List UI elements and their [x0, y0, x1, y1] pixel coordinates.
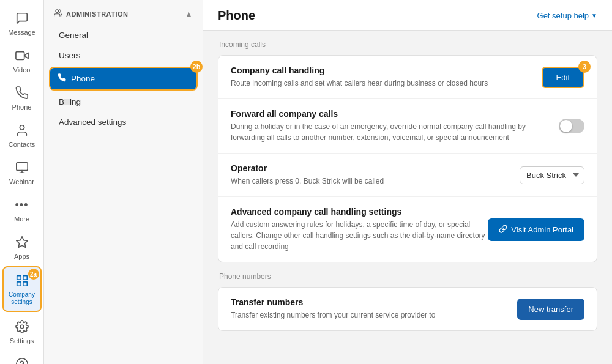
nav-panel: ADMINISTRATION ▲ General Users Phone 2b … [44, 0, 203, 364]
company-call-handling-row: Company call handling Route incoming cal… [218, 56, 597, 99]
webinar-icon [13, 159, 31, 176]
sidebar-item-video[interactable]: Video [2, 42, 42, 78]
advanced-call-handling-row: Advanced company call handling settings … [218, 197, 597, 262]
nav-item-advanced-settings-label: Advanced settings [59, 117, 126, 127]
badge-2a: 2a [28, 269, 39, 280]
main-content: Phone Get setup help ▼ Incoming calls Co… [203, 0, 612, 364]
company-call-handling-desc: Route incoming calls and set what caller… [231, 78, 488, 89]
svg-point-2 [20, 125, 24, 130]
transfer-numbers-title: Transfer numbers [231, 297, 435, 307]
operator-title: Operator [231, 163, 384, 173]
sidebar-item-label: Webinar [9, 178, 34, 185]
new-transfer-button[interactable]: New transfer [517, 299, 584, 320]
transfer-numbers-desc: Transfer existing numbers from your curr… [231, 310, 435, 321]
setup-help-link[interactable]: Get setup help ▼ [537, 11, 597, 20]
setup-help-label: Get setup help [537, 11, 589, 20]
svg-point-11 [56, 10, 59, 13]
svg-rect-6 [23, 282, 26, 286]
sidebar-item-label: More [14, 215, 29, 223]
transfer-numbers-row: Transfer numbers Transfer existing numbe… [218, 288, 597, 330]
forward-all-calls-desc: During a holiday or in the case of an em… [231, 121, 549, 143]
edit-button[interactable]: Edit [542, 67, 584, 88]
svg-point-8 [20, 325, 24, 329]
sidebar-item-label: Phone [12, 103, 32, 111]
sidebar-item-message[interactable]: Message [2, 5, 42, 41]
sidebar-item-label: Contacts [9, 141, 35, 148]
nav-section-header: ADMINISTRATION ▲ [44, 0, 203, 25]
sidebar-item-label: Settings [10, 337, 34, 344]
sidebar-item-label: Apps [14, 253, 29, 260]
setup-help-chevron-icon: ▼ [591, 12, 597, 19]
advanced-call-handling-desc: Add custom answering rules for holidays,… [231, 219, 488, 252]
nav-item-phone-container: Phone 2b [49, 67, 198, 91]
main-header: Phone Get setup help ▼ [203, 0, 612, 31]
edit-btn-container: Edit 3 [542, 67, 584, 88]
admin-icon [54, 9, 62, 19]
content-area: Incoming calls Company call handling Rou… [203, 31, 612, 364]
visit-admin-portal-button[interactable]: Visit Admin Portal [488, 218, 584, 241]
apps-icon [13, 234, 31, 251]
sidebar-item-apps[interactable]: Apps [2, 229, 42, 265]
badge-2b: 2b [190, 61, 203, 73]
forward-all-calls-title: Forward all company calls [231, 109, 549, 119]
nav-item-billing-label: Billing [59, 97, 81, 106]
forward-calls-toggle[interactable] [559, 119, 584, 133]
nav-item-phone[interactable]: Phone [50, 68, 196, 89]
sidebar-item-more[interactable]: ••• More [2, 191, 42, 228]
visit-admin-label: Visit Admin Portal [511, 225, 573, 234]
operator-row: Operator When callers press 0, Buck Stri… [218, 154, 597, 197]
incoming-calls-card: Company call handling Route incoming cal… [218, 55, 597, 262]
svg-rect-7 [17, 282, 20, 286]
more-icon: ••• [13, 196, 31, 214]
operator-select[interactable]: Buck Strick Option 2 Option 3 [520, 166, 584, 184]
svg-rect-3 [16, 163, 27, 171]
nav-item-billing[interactable]: Billing [44, 92, 203, 112]
nav-section-title: ADMINISTRATION [66, 10, 129, 18]
video-icon [13, 47, 31, 64]
nav-section-chevron-icon[interactable]: ▲ [185, 10, 193, 18]
sidebar-item-label: Message [8, 29, 35, 36]
nav-item-phone-label: Phone [71, 74, 95, 83]
settings-icon [13, 318, 31, 335]
sidebar-item-contacts[interactable]: Contacts [2, 117, 42, 153]
sidebar-item-webinar[interactable]: Webinar [2, 154, 42, 190]
nav-item-general-label: General [59, 31, 88, 40]
incoming-calls-section-label: Incoming calls [218, 40, 597, 49]
company-call-handling-title: Company call handling [231, 65, 488, 75]
sidebar-item-company-settings[interactable]: 2a Company settings [2, 266, 42, 312]
sidebar: Message Video Phone Contacts Webinar •••… [0, 0, 44, 364]
svg-rect-4 [17, 276, 20, 280]
message-icon [13, 10, 31, 27]
phone-numbers-section-label: Phone numbers [218, 272, 597, 281]
svg-marker-0 [24, 53, 28, 58]
contacts-icon [13, 122, 31, 139]
forward-all-calls-row: Forward all company calls During a holid… [218, 99, 597, 154]
nav-item-users[interactable]: Users [44, 45, 203, 65]
svg-rect-1 [15, 52, 24, 60]
nav-item-users-label: Users [59, 51, 80, 60]
sidebar-item-phone[interactable]: Phone [2, 80, 42, 116]
sidebar-item-label: Company settings [6, 291, 38, 306]
sidebar-item-resource-center[interactable]: Resource Center [2, 351, 42, 364]
link-icon [499, 225, 507, 235]
resource-center-icon [13, 355, 31, 364]
phone-numbers-card: Transfer numbers Transfer existing numbe… [218, 287, 597, 331]
operator-desc: When callers press 0, Buck Strick will b… [231, 176, 384, 187]
svg-rect-5 [23, 276, 26, 280]
nav-item-general[interactable]: General [44, 25, 203, 45]
nav-item-advanced-settings[interactable]: Advanced settings [44, 112, 203, 132]
page-title: Phone [218, 9, 255, 23]
sidebar-item-label: Video [13, 66, 31, 73]
advanced-call-handling-title: Advanced company call handling settings [231, 207, 488, 217]
sidebar-item-settings[interactable]: Settings [2, 313, 42, 349]
phone-icon [13, 84, 31, 102]
badge-3: 3 [578, 61, 591, 73]
phone-nav-icon [58, 73, 66, 84]
